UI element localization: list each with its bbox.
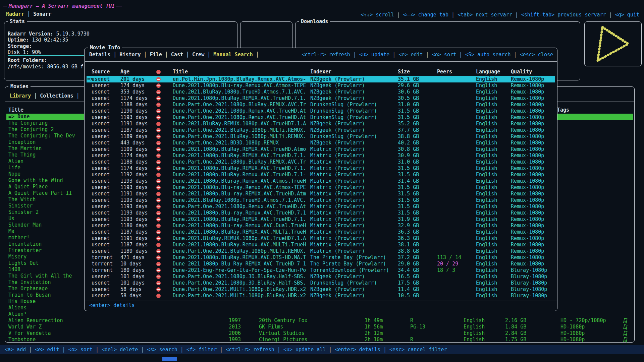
rejected-icon — [156, 230, 161, 234]
bottom-hint-separator: | — [326, 347, 335, 353]
movie-title: Gone with the Wind — [8, 177, 63, 184]
movie-title: Incantation — [8, 241, 42, 247]
cell-age: 1180 days — [120, 223, 148, 229]
search-result-row[interactable]: usenet1187 daysDune.Part.One.2021.BluRay… — [87, 127, 555, 133]
cell-quality: Remux-1080p — [511, 229, 544, 235]
search-result-row[interactable]: usenet1193 daysDune.2021.1080p.BluRay.RE… — [87, 216, 555, 223]
movie-row[interactable]: Alien Resurrection199720th Century Fox1h… — [6, 317, 633, 324]
tab-sonarr[interactable]: Sonarr — [33, 11, 51, 17]
cell-age: 1190 days — [120, 108, 148, 114]
cell-age: 58 days — [120, 293, 142, 299]
rejected-icon — [156, 173, 161, 177]
cell-indexer: Miatrix (Prowlarr) — [310, 203, 365, 210]
search-result-row[interactable]: usenet1188 daysDune.Part.One.2021.1080p.… — [87, 159, 555, 165]
search-result-row[interactable]: usenet1193 daysDune.2021.1080p.Bluray.Re… — [87, 178, 555, 184]
cell-source: usenet — [92, 127, 110, 133]
cell-quality: Remux-1080p — [511, 146, 544, 153]
cell-indexer: Miatrix (Prowlarr) — [310, 216, 365, 223]
tab-file[interactable]: File — [150, 52, 162, 58]
tab-radarr[interactable]: Radarr — [6, 11, 24, 17]
search-result-row[interactable]: usenet1174 daysDune.2021.1080p.BluRay.RE… — [87, 153, 555, 159]
movies-panel-title: Movies — [8, 83, 31, 90]
cell-title: Dune.Part.One.2021.1080p.Remux.AVC.TrueH… — [173, 114, 306, 121]
tab-crew[interactable]: Crew — [192, 52, 204, 58]
search-result-row[interactable]: usenet58 daysDune.Part.One.2021.MULTi.10… — [87, 293, 555, 299]
root-folder-path: /nfs/movies: 8056.03 GB f — [8, 64, 84, 70]
movie-title: Slender Man — [8, 222, 42, 228]
search-result-row[interactable]: torrent10 daysDune 2021 1080p Blu Ray RE… — [87, 261, 555, 267]
modal-hint-separator: | — [389, 52, 398, 58]
cell-title: Dune.2021.BluRay.1080p.TrueHD.Atmos.7.1.… — [173, 89, 306, 95]
column-header-title: Title — [173, 69, 188, 75]
tab-manual-search[interactable]: Manual Search — [213, 52, 253, 58]
tab-history[interactable]: History — [119, 52, 141, 58]
search-result-row[interactable]: usenet1192 daysDune.2021.1080p.BluRay.Re… — [87, 172, 555, 178]
search-result-row[interactable]: usenet1193 daysDune.2021.BluRay.1080p.Tr… — [87, 197, 555, 203]
search-result-row[interactable]: usenet1174 daysDune.2021.1080p.BluRay.RE… — [87, 165, 555, 172]
global-hint--scroll: <↑↓> scroll — [361, 12, 394, 18]
cell-quality: Remux-1080p — [511, 235, 544, 242]
movie-row[interactable]: Alien³ — [6, 311, 633, 317]
search-result-row[interactable]: usenet1191 daysDune.2021.1080p.Blu-ray.R… — [87, 191, 555, 197]
search-result-row[interactable]: usenet1188 daysDune.Part.One.2021.1080p.… — [87, 102, 555, 108]
tab-library[interactable]: Library — [10, 93, 31, 99]
search-result-row[interactable]: usenet1189 daysDune.Part.One.2021.BluRay… — [87, 133, 555, 140]
search-result-row[interactable]: usenet58 daysDune.Part.One.2021.MULTi.10… — [87, 286, 555, 293]
search-result-row[interactable]: usenet1187 daysDune.2021.1080p.BluRay.RE… — [87, 229, 555, 235]
cell-size: 31.9 GB — [398, 216, 419, 223]
cell-language: English — [476, 114, 497, 121]
movie-title: The Girl with All the — [8, 273, 72, 279]
search-result-row[interactable]: usenet443 daysDune.Part.One.2021.BD3D.10… — [87, 140, 555, 146]
search-result-row[interactable]: usenet174 daysDune.2021.1080p.Blu-ray.Re… — [87, 82, 555, 89]
rejected-icon — [156, 262, 161, 266]
cell-age: 1193 days — [120, 210, 148, 216]
movie-row[interactable]: World War Z2013GK Films1h 56mPG-13Englis… — [6, 324, 633, 330]
search-result-row[interactable]: usenet1193 daysDune.Part.One.2021.1080p.… — [87, 203, 555, 210]
cell-age: 1187 days — [120, 127, 148, 133]
cell-language: English — [476, 235, 497, 242]
search-result-row[interactable]: usenet1180 daysDune.2021.1080p.Blu-ray.R… — [87, 223, 555, 229]
search-result-row[interactable]: usenet1191 daysDune.2021.BluRay.REMUX.10… — [87, 235, 555, 242]
movie-size: 2.84 GB — [505, 330, 526, 337]
cell-peers: 18 / 3 — [437, 267, 455, 274]
cell-age: 1192 days — [120, 172, 148, 178]
cell-size: 38.1 GB — [398, 242, 419, 248]
tab-cast[interactable]: Cast — [171, 52, 183, 58]
search-result-row[interactable]: torrent471 daysDune.2021.1080p.BluRay.RE… — [87, 254, 555, 261]
search-result-row[interactable]: usenet1193 daysDune.2021.1080p.Blu-ray.R… — [87, 184, 555, 191]
cell-quality: Remux-1080p — [511, 261, 544, 267]
cell-language: English — [476, 133, 497, 140]
search-result-row[interactable]: usenet353 daysDune.2021.BluRay.1080p.Tru… — [87, 89, 555, 95]
search-result-row[interactable]: usenet1193 daysDune.2021.1080p.Blu-ray.R… — [87, 210, 555, 216]
cell-size: 11.4 GB — [398, 286, 419, 293]
cell-quality: Remux-1080p — [511, 191, 544, 197]
search-result-row[interactable]: usenet1190 daysDune.Part.One.2021.1080p.… — [87, 108, 555, 114]
search-result-row[interactable]: usenet1189 daysDune.Part.One.2021.BluRay… — [87, 248, 555, 254]
movie-rating: R — [410, 337, 413, 343]
tab-collections[interactable]: Collections — [40, 93, 73, 99]
search-result-row[interactable]: usenet1187 daysDune.2021.1080p.BluRay.Re… — [87, 242, 555, 248]
movie-row[interactable]: V for Vendetta2006Virtual Studios2h 12mE… — [6, 330, 633, 337]
search-result-row[interactable]: =>usenet201 daysun.Pol.Hin.Jpn.1080p.Blu… — [87, 76, 555, 82]
rejected-icon — [156, 83, 161, 88]
cell-title: Dune.Part.One.2021.1080p.Remux.AVC.TrueH… — [173, 108, 306, 114]
search-result-row[interactable]: torrent180 daysDune-2021-Eng-Fre-Ger-Ita… — [87, 267, 555, 274]
search-result-row[interactable]: usenet1109 daysDune.2021.1080p.BluRay.RE… — [87, 146, 555, 153]
tab-details[interactable]: Details — [89, 52, 110, 58]
cell-quality: Remux-1080p — [511, 127, 544, 133]
search-result-row[interactable]: usenet101 daysDune.Part.One.2021.1080p.3… — [87, 280, 555, 286]
search-result-row[interactable]: usenet1174 daysDune.2021.1080p.BluRay.RE… — [87, 95, 555, 102]
cell-indexer: NZBgeek (Prowlarr) — [310, 293, 365, 299]
search-result-row[interactable]: usenet101 daysDune.Part.One.2021.1080p.3… — [87, 274, 555, 280]
cell-size: 36.3 GB — [398, 229, 419, 235]
cell-size: 16.5 GB — [398, 274, 419, 280]
cell-language: English — [476, 254, 497, 261]
movie-studio: Cinergi Pictures — [259, 337, 308, 343]
cell-title: un.Pol.Hin.Jpn.1080p.BluRay.Remux.AVC.At… — [173, 76, 306, 82]
search-result-row[interactable]: usenet1191 daysDune.2021.BluRay.REMUX.10… — [87, 121, 555, 127]
movie-row[interactable]: Tombstone1993Cinergi Pictures2h 10mREngl… — [6, 337, 633, 343]
cell-title: Dune.2021.1080p.Blu-ray.Remux.AVC.Dual.T… — [173, 223, 306, 229]
rejected-icon — [156, 287, 161, 292]
cell-language: English — [476, 172, 497, 178]
search-result-row[interactable]: usenet1193 daysDune.Part.One.2021.1080p.… — [87, 114, 555, 121]
